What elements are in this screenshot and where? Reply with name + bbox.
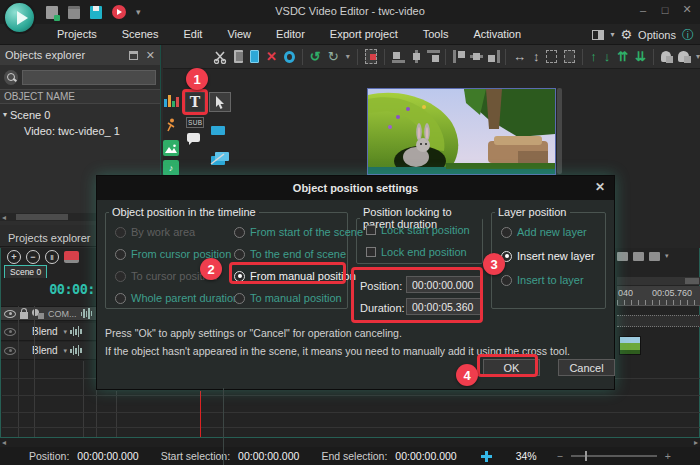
align-top-icon[interactable]	[453, 50, 463, 63]
layout-dropdown-icon[interactable]: ▾	[610, 31, 614, 39]
radio-to-manual-position[interactable]: To manual position	[234, 292, 342, 304]
radio-by-work-area[interactable]: By work area	[115, 226, 195, 238]
animation-tool-icon[interactable]	[165, 118, 177, 132]
menu-projects[interactable]: Projects	[55, 28, 99, 40]
paste-icon[interactable]	[234, 50, 243, 63]
track1-blend-dropdown-icon[interactable]: ▾	[64, 328, 68, 336]
delete-icon[interactable]: ✕	[266, 50, 277, 63]
select-object-icon[interactable]	[365, 49, 377, 64]
position-field[interactable]	[406, 276, 481, 293]
rectangle-tool-icon[interactable]	[211, 126, 225, 135]
radio-from-manual-position[interactable]: From manual position	[234, 270, 356, 282]
export-icon[interactable]	[112, 5, 126, 19]
menu-edit[interactable]: Edit	[181, 28, 204, 40]
menu-scenes[interactable]: Scenes	[120, 28, 161, 40]
timeline-zoom-in-button[interactable]: +	[7, 250, 21, 264]
menu-activation[interactable]: Activation	[471, 28, 523, 40]
redo-icon[interactable]: ↻	[328, 50, 339, 63]
timeline-tool-icon-1[interactable]	[617, 252, 628, 261]
tab-projects-explorer[interactable]: Projects explorer	[5, 230, 94, 246]
visibility-column-icon[interactable]	[4, 310, 16, 318]
save-project-icon[interactable]	[90, 6, 102, 19]
align-right-icon[interactable]	[427, 50, 437, 63]
lock-column-icon[interactable]	[20, 312, 28, 319]
checkbox-lock-end-position[interactable]: Lock end position	[366, 246, 467, 258]
checkbox-lock-start-position[interactable]: Lock start position	[366, 224, 470, 236]
cancel-button[interactable]: Cancel	[558, 359, 615, 376]
search-icon[interactable]	[4, 70, 18, 85]
info-icon[interactable]: ⓘ	[682, 29, 694, 41]
menu-view[interactable]: View	[225, 28, 253, 40]
radio-to-end-of-scene[interactable]: To the end of scene	[234, 248, 346, 260]
audio-tool-icon[interactable]: ♪	[163, 160, 179, 176]
radio-insert-new-layer[interactable]: Insert new layer	[501, 250, 595, 262]
track-row-2[interactable]: Blend ▾	[1, 342, 97, 360]
timeline-ruler[interactable]: 040 00:05.760	[617, 286, 700, 306]
fit-to-scene-icon[interactable]	[546, 50, 557, 63]
tree-expander-icon[interactable]: ▾	[3, 110, 7, 119]
layout-toggle-icon[interactable]	[592, 30, 604, 40]
align-left-icon[interactable]	[392, 50, 402, 63]
new-project-icon[interactable]	[46, 6, 58, 19]
undo-icon[interactable]: ↺	[310, 50, 321, 63]
pin-icon[interactable]	[129, 51, 138, 60]
options-gear-icon[interactable]: ⚙	[620, 28, 632, 41]
open-project-icon[interactable]	[68, 6, 80, 19]
move-to-top-icon[interactable]: ⇈	[617, 50, 628, 63]
track2-blend-mode[interactable]: Blend	[32, 345, 58, 356]
stretch-horizontal-icon[interactable]: ↔	[513, 50, 526, 63]
move-down-icon[interactable]: ↓	[604, 50, 611, 63]
copy-icon[interactable]	[250, 50, 259, 63]
timeline-tool-icon-3[interactable]	[649, 252, 660, 261]
menu-editor[interactable]: Editor	[274, 28, 307, 40]
track2-blend-dropdown-icon[interactable]: ▾	[64, 347, 68, 355]
fit-to-parent-icon[interactable]	[564, 50, 575, 63]
text-tool-button[interactable]: T	[185, 92, 205, 112]
stretch-vertical-icon[interactable]: ↕	[533, 50, 540, 63]
panel-close-icon[interactable]: ✕	[146, 49, 155, 62]
options-label[interactable]: Options	[638, 29, 676, 41]
redo-dropdown-icon[interactable]: ▾	[346, 53, 350, 61]
maximize-button[interactable]: □	[654, 4, 676, 16]
track1-blend-mode[interactable]: Blend	[32, 326, 58, 337]
timeline-playhead[interactable]	[200, 391, 201, 437]
move-cross-icon[interactable]	[481, 451, 492, 462]
tree-item-video[interactable]: Video: twc-video_ 1	[0, 124, 160, 137]
group-objects-icon[interactable]	[661, 51, 671, 62]
timeline-horizontal-scrollbar[interactable]: ◂ ▸	[0, 437, 700, 447]
timeline-tool-icon-2[interactable]	[633, 252, 644, 261]
scroll-left-icon[interactable]: ◂	[2, 213, 6, 222]
preview-vertical-scrollbar[interactable]	[557, 88, 562, 174]
dialog-close-icon[interactable]: ✕	[595, 180, 605, 194]
radio-from-start-of-scene[interactable]: From start of the scene	[234, 226, 363, 238]
radio-insert-to-layer[interactable]: Insert to layer	[501, 274, 584, 286]
tree-item-scene[interactable]: ▾ Scene 0	[0, 108, 160, 121]
cut-icon[interactable]	[213, 50, 227, 64]
cursor-tool-button[interactable]	[209, 92, 231, 112]
line-tool-icon[interactable]	[210, 153, 225, 167]
record-display-icon[interactable]	[64, 251, 79, 263]
timeline-mini-scrollbar[interactable]	[617, 277, 700, 285]
image-tool-icon[interactable]	[163, 140, 179, 156]
timeline-zoom-out-button[interactable]: −	[26, 250, 40, 264]
timeline-fit-button[interactable]: ‖	[45, 250, 59, 264]
scene-tab[interactable]: Scene 0	[4, 265, 47, 278]
quick-access-dropdown-icon[interactable]: ▾	[136, 8, 141, 17]
ungroup-objects-icon[interactable]	[678, 51, 688, 62]
zoom-slider-plus-icon[interactable]: +	[665, 450, 671, 462]
move-to-bottom-icon[interactable]: ⇊	[635, 50, 646, 63]
track-row-1[interactable]: Blend ▾	[1, 323, 97, 341]
close-button[interactable]: ✕	[676, 3, 698, 16]
scrollbar-right-icon[interactable]: ▸	[694, 438, 698, 447]
radio-whole-parent-duration[interactable]: Whole parent duration	[115, 292, 239, 304]
radio-add-new-layer[interactable]: Add new layer	[501, 226, 587, 238]
align-bottom-icon[interactable]	[487, 50, 497, 63]
align-middle-icon[interactable]	[470, 50, 480, 63]
tooltip-tool-icon[interactable]	[187, 133, 200, 142]
video-clip-thumbnail[interactable]	[619, 336, 641, 355]
search-input[interactable]	[22, 70, 156, 85]
zoom-slider[interactable]	[571, 455, 657, 457]
timeline-tools-dropdown-icon[interactable]: ▾	[665, 252, 669, 260]
ok-button[interactable]: OK	[483, 359, 540, 376]
shapes-dropdown-icon[interactable]: ▾	[696, 53, 700, 61]
